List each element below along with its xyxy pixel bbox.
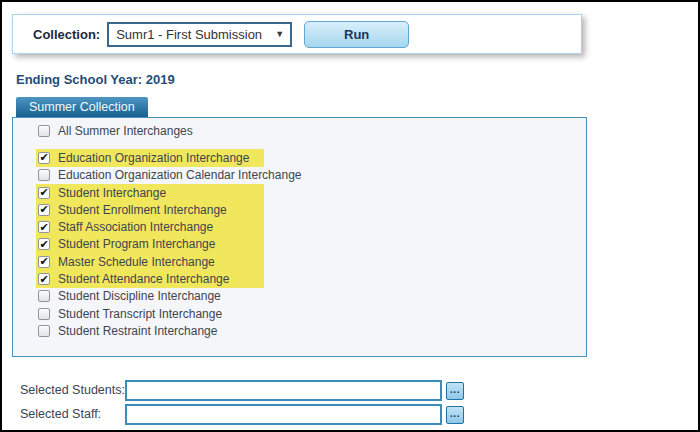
selected-students-input[interactable] <box>125 380 442 401</box>
interchange-row: Student Restraint Interchange <box>36 322 264 339</box>
interchange-label: All Summer Interchanges <box>58 124 193 138</box>
interchange-label: Student Restraint Interchange <box>58 324 217 338</box>
ending-school-year-label: Ending School Year: <box>16 72 142 87</box>
interchange-checkbox[interactable]: ✔ <box>38 152 50 164</box>
interchange-label: Student Attendance Interchange <box>58 272 229 286</box>
interchange-checkbox[interactable] <box>38 169 50 181</box>
interchange-label: Master Schedule Interchange <box>58 255 215 269</box>
interchange-label: Student Enrollment Interchange <box>58 203 227 217</box>
summer-collection-panel: All Summer Interchanges ✔ Education Orga… <box>12 117 587 357</box>
interchange-row: Student Discipline Interchange <box>36 288 264 305</box>
interchange-row: ✔ Student Enrollment Interchange <box>36 201 264 218</box>
chevron-down-icon: ▼ <box>275 29 284 39</box>
collection-select[interactable]: Sumr1 - First Submission ▼ <box>107 22 292 47</box>
selected-staff-ellipsis-button[interactable]: ... <box>446 406 464 424</box>
interchange-label: Student Program Interchange <box>58 237 215 251</box>
interchange-row: All Summer Interchanges <box>36 122 264 139</box>
interchange-row: ✔ Education Organization Interchange <box>36 149 264 166</box>
interchange-row: ✔ Student Interchange <box>36 184 264 201</box>
interchange-checkbox[interactable]: ✔ <box>38 273 50 285</box>
interchange-checkbox[interactable] <box>38 290 50 302</box>
interchange-checkbox[interactable] <box>38 325 50 337</box>
ending-school-year-value: 2019 <box>146 72 175 87</box>
interchange-checkbox[interactable]: ✔ <box>38 204 50 216</box>
tab-summer-collection[interactable]: Summer Collection <box>16 97 148 117</box>
selected-staff-label: Selected Staff: <box>20 404 101 424</box>
interchange-checkbox[interactable]: ✔ <box>38 187 50 199</box>
interchange-checkbox[interactable]: ✔ <box>38 238 50 250</box>
peims-summer-collection-page: Collection: Sumr1 - First Submission ▼ R… <box>0 0 700 432</box>
interchange-row: ✔ Student Attendance Interchange <box>36 270 264 287</box>
interchange-label: Education Organization Calendar Intercha… <box>58 168 302 182</box>
ending-school-year: Ending School Year: 2019 <box>16 72 175 87</box>
interchange-label: Student Transcript Interchange <box>58 307 222 321</box>
collection-select-value: Sumr1 - First Submission <box>116 27 271 42</box>
collection-label: Collection: <box>33 27 100 42</box>
collection-toolbar: Collection: Sumr1 - First Submission ▼ R… <box>12 14 582 54</box>
interchange-row: Student Transcript Interchange <box>36 305 264 322</box>
interchange-checkbox[interactable] <box>38 308 50 320</box>
run-button[interactable]: Run <box>304 21 409 48</box>
interchange-row: ✔ Staff Association Interchange <box>36 218 264 235</box>
interchange-checkbox[interactable]: ✔ <box>38 221 50 233</box>
interchange-label: Student Interchange <box>58 186 166 200</box>
interchange-list: All Summer Interchanges ✔ Education Orga… <box>13 118 586 340</box>
interchange-label: Staff Association Interchange <box>58 220 213 234</box>
selected-students-ellipsis-button[interactable]: ... <box>446 382 464 400</box>
selected-staff-input[interactable] <box>125 404 442 425</box>
interchange-label: Education Organization Interchange <box>58 151 249 165</box>
interchange-checkbox[interactable] <box>38 125 50 137</box>
interchange-label: Student Discipline Interchange <box>58 289 221 303</box>
interchange-row: ✔ Student Program Interchange <box>36 236 264 253</box>
selected-students-label: Selected Students: <box>20 380 125 400</box>
interchange-checkbox[interactable]: ✔ <box>38 256 50 268</box>
interchange-row: Education Organization Calendar Intercha… <box>36 167 264 184</box>
interchange-row: ✔ Master Schedule Interchange <box>36 253 264 270</box>
